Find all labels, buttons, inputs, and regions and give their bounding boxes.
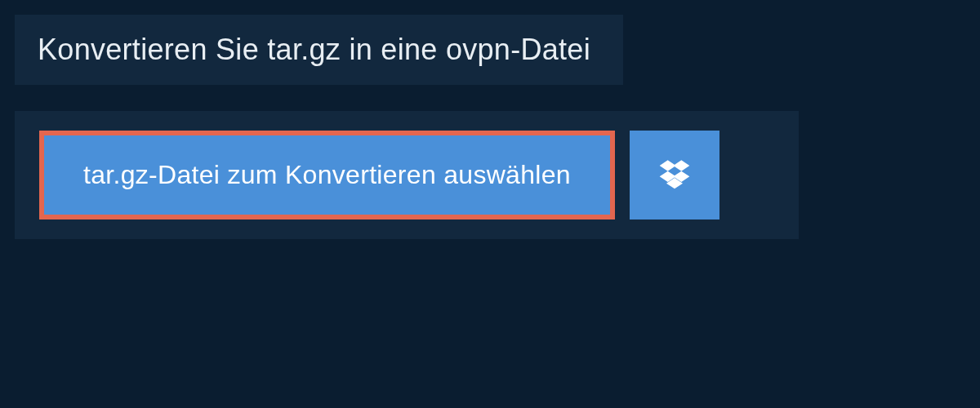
upload-panel: tar.gz-Datei zum Konvertieren auswählen (15, 111, 799, 239)
dropbox-button[interactable] (630, 131, 719, 220)
page-title: Konvertieren Sie tar.gz in eine ovpn-Dat… (38, 33, 590, 67)
page-header: Konvertieren Sie tar.gz in eine ovpn-Dat… (15, 15, 623, 85)
dropbox-icon (658, 157, 691, 193)
select-file-label: tar.gz-Datei zum Konvertieren auswählen (83, 160, 571, 190)
select-file-button[interactable]: tar.gz-Datei zum Konvertieren auswählen (39, 131, 615, 220)
